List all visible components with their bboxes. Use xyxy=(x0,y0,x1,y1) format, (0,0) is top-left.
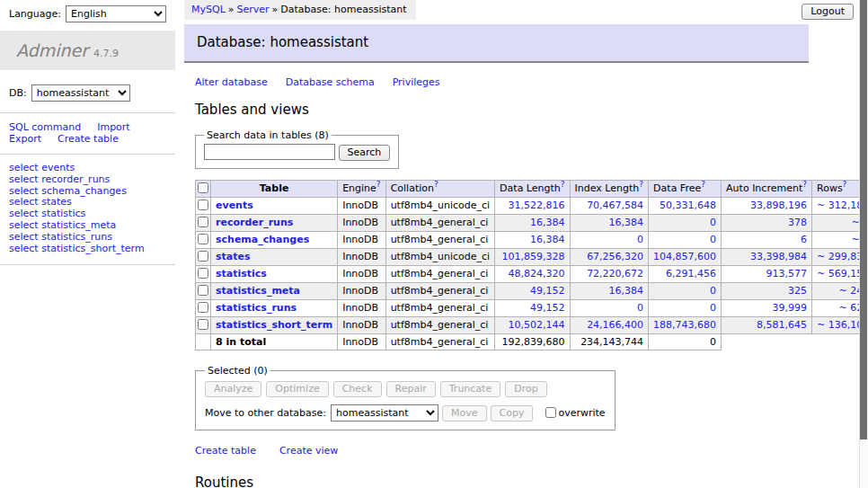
column-header-collation: Collation? xyxy=(385,180,494,197)
auto-increment-link[interactable]: 8,581,645 xyxy=(757,319,807,331)
selected-fieldset: Selected (0) AnalyzeOptimizeCheckRepairT… xyxy=(195,365,616,430)
row-checkbox[interactable] xyxy=(198,302,208,313)
breadcrumb-mysql-link[interactable]: MySQL xyxy=(191,4,226,15)
data-free-link[interactable]: 0 xyxy=(710,285,716,297)
overwrite-checkbox[interactable] xyxy=(545,407,556,418)
index-length-link[interactable]: 24,166,400 xyxy=(587,319,643,331)
search-button[interactable]: Search xyxy=(339,145,391,161)
index-length-link[interactable]: 16,384 xyxy=(609,285,644,297)
column-help-link[interactable]: ? xyxy=(843,180,847,189)
row-check-cell xyxy=(196,214,211,231)
auto-increment-link[interactable]: 39,999 xyxy=(773,302,808,314)
create-view-link[interactable]: Create view xyxy=(279,445,338,457)
main-content: MySQL»Server»Database: homeassistant Dat… xyxy=(184,0,855,488)
move-button[interactable]: Move xyxy=(442,405,487,421)
auto-increment-link[interactable]: 325 xyxy=(788,285,807,297)
row-checkbox[interactable] xyxy=(198,251,208,262)
sidebar-select-link[interactable]: select recorder_runs xyxy=(9,174,166,186)
language-row: Language:English xyxy=(0,0,175,24)
search-input[interactable] xyxy=(204,144,335,160)
row-checkbox[interactable] xyxy=(198,234,208,244)
table-name-link[interactable]: recorder_runs xyxy=(216,217,293,228)
breadcrumb-server-link[interactable]: Server xyxy=(237,4,270,15)
data-length-link[interactable]: 16,384 xyxy=(530,217,565,228)
table-name-link[interactable]: statistics_runs xyxy=(216,302,297,314)
data-free-link[interactable]: 188,743,680 xyxy=(653,319,716,331)
select-all-checkbox[interactable] xyxy=(198,182,208,193)
optimize-button[interactable]: Optimize xyxy=(266,381,328,397)
vertical-scrollbar[interactable] xyxy=(859,0,868,488)
data-length-link[interactable]: 16,384 xyxy=(530,234,565,245)
analyze-button[interactable]: Analyze xyxy=(205,381,261,397)
table-name-cell: statistics_runs xyxy=(211,299,338,316)
column-help-link[interactable]: ? xyxy=(701,180,705,189)
row-checkbox[interactable] xyxy=(198,217,208,227)
index-length-link[interactable]: 67,256,320 xyxy=(587,251,643,262)
sidebar-select-link[interactable]: select statistics_meta xyxy=(9,220,166,232)
sidebar-select-link[interactable]: select statistics_runs xyxy=(9,232,166,244)
auto-increment-cell: 8,581,645 xyxy=(722,316,812,333)
column-help-link[interactable]: ? xyxy=(434,180,438,189)
data-length-link[interactable]: 49,152 xyxy=(530,302,565,314)
data-free-link[interactable]: 6,291,456 xyxy=(666,268,716,279)
index-length-link[interactable]: 72,220,672 xyxy=(587,268,643,279)
column-help-link[interactable]: ? xyxy=(802,180,807,189)
move-database-select[interactable]: homeassistant xyxy=(331,404,438,421)
sidebar-select-link[interactable]: select events xyxy=(9,163,166,174)
scrollbar-thumb[interactable] xyxy=(860,0,867,439)
database-schema-link[interactable]: Database schema xyxy=(286,76,375,88)
drop-button[interactable]: Drop xyxy=(505,381,546,397)
repair-button[interactable]: Repair xyxy=(386,381,436,397)
row-checkbox[interactable] xyxy=(198,285,208,296)
auto-increment-link[interactable]: 6 xyxy=(801,234,807,245)
row-checkbox[interactable] xyxy=(198,319,208,330)
index-length-link[interactable]: 0 xyxy=(637,234,643,245)
column-help-link[interactable]: ? xyxy=(376,180,381,189)
sql-command-link[interactable]: SQL command xyxy=(9,121,81,133)
totals-label-cell: 8 in total xyxy=(211,333,338,350)
search-fieldset: Search data in tables (8) Search xyxy=(195,129,399,169)
export-link[interactable]: Export xyxy=(9,133,41,145)
data-free-link[interactable]: 0 xyxy=(710,302,716,314)
language-select[interactable]: English xyxy=(66,5,166,22)
auto-increment-link[interactable]: 378 xyxy=(788,217,807,228)
data-free-link[interactable]: 0 xyxy=(710,217,716,228)
auto-increment-link[interactable]: 33,898,196 xyxy=(750,200,807,211)
db-select[interactable]: homeassistant xyxy=(31,84,130,102)
create-table-link[interactable]: Create table xyxy=(58,133,119,145)
table-name-link[interactable]: statistics_meta xyxy=(216,285,300,297)
table-name-link[interactable]: statistics xyxy=(216,268,267,279)
data-free-link[interactable]: 0 xyxy=(710,234,716,245)
index-length-link[interactable]: 16,384 xyxy=(609,217,644,228)
alter-database-link[interactable]: Alter database xyxy=(195,76,268,88)
copy-button[interactable]: Copy xyxy=(491,405,534,421)
column-help-link[interactable]: ? xyxy=(639,180,643,189)
index-length-link[interactable]: 70,467,584 xyxy=(587,200,643,211)
create-table-bottom-link[interactable]: Create table xyxy=(195,445,256,457)
data-length-link[interactable]: 101,859,328 xyxy=(502,251,565,262)
index-length-link[interactable]: 0 xyxy=(637,302,643,314)
auto-increment-link[interactable]: 33,398,984 xyxy=(750,251,807,262)
row-checkbox[interactable] xyxy=(198,200,208,210)
data-free-link[interactable]: 104,857,600 xyxy=(653,251,716,262)
data-free-link[interactable]: 50,331,648 xyxy=(660,200,716,211)
data-length-link[interactable]: 49,152 xyxy=(530,285,565,297)
data-length-link[interactable]: 48,824,320 xyxy=(509,268,565,279)
data-length-link[interactable]: 31,522,816 xyxy=(509,200,565,211)
row-checkbox[interactable] xyxy=(198,268,208,279)
sidebar-select-link[interactable]: select statistics_short_term xyxy=(9,244,166,255)
logout-button[interactable]: Logout xyxy=(802,4,854,20)
privileges-link[interactable]: Privileges xyxy=(393,76,440,88)
table-name-link[interactable]: states xyxy=(216,251,251,262)
check-button[interactable]: Check xyxy=(333,381,382,397)
column-help-link[interactable]: ? xyxy=(561,180,565,189)
table-name-link[interactable]: schema_changes xyxy=(216,234,309,245)
data-length-link[interactable]: 10,502,144 xyxy=(509,319,565,331)
auto-increment-link[interactable]: 913,577 xyxy=(766,268,808,279)
column-header-auto-increment: Auto Increment? xyxy=(722,180,812,197)
breadcrumb-bar: MySQL»Server»Database: homeassistant xyxy=(184,0,855,19)
table-name-link[interactable]: events xyxy=(216,200,253,211)
table-name-link[interactable]: statistics_short_term xyxy=(216,319,332,331)
import-link[interactable]: Import xyxy=(97,121,130,133)
truncate-button[interactable]: Truncate xyxy=(440,381,500,397)
